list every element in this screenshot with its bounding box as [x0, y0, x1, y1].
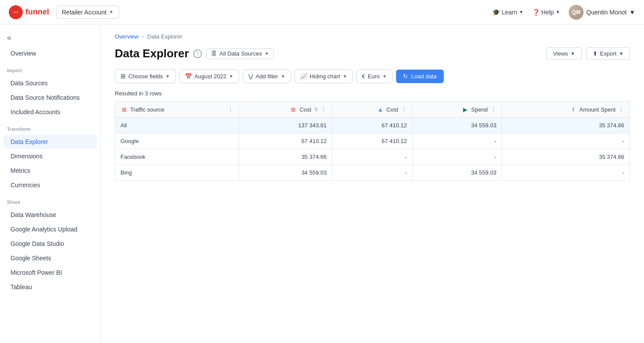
sidebar-item-data-warehouse[interactable]: Data Warehouse [4, 208, 97, 222]
page-actions: Views ▼ ⬆ Export ▼ [546, 47, 630, 60]
currency-icon: € [362, 73, 365, 80]
cell-cost-total: 34 559.03 [239, 165, 332, 181]
top-navigation: ··· funnel Retailer Account ▼ 🎓 Learn ▼ … [0, 0, 644, 24]
cell-cost-google: - [332, 165, 412, 181]
filter-chevron-icon: ▼ [281, 74, 285, 79]
cell-spend-bing: - [412, 149, 502, 165]
col-more-icon-cost-total[interactable]: ⋮ [321, 106, 327, 113]
learn-icon: 🎓 [492, 9, 500, 16]
date-chevron-icon: ▼ [229, 74, 234, 79]
traffic-source-icon: ⊞ [120, 106, 127, 113]
sidebar-item-google-data-studio[interactable]: Google Data Studio [4, 237, 97, 251]
logo-text: funnel [25, 7, 49, 17]
user-menu[interactable]: QM Quentin Monot ▼ [569, 5, 635, 20]
export-button[interactable]: ⬆ Export ▼ [586, 47, 630, 60]
sidebar-item-google-sheets[interactable]: Google Sheets [4, 251, 97, 265]
sidebar-item-microsoft-power-bi[interactable]: Microsoft Power BI [4, 266, 97, 280]
sidebar-item-data-sources[interactable]: Data Sources [4, 76, 97, 90]
user-name: Quentin Monot [586, 9, 626, 16]
sidebar-item-included-accounts[interactable]: Included Accounts [4, 105, 97, 119]
sidebar-item-currencies[interactable]: Currencies [4, 178, 97, 192]
cost-total-icon: ⊞ [290, 106, 297, 113]
filter-button[interactable]: ⋁ Add filter ▼ [243, 70, 291, 83]
logo[interactable]: ··· funnel [9, 5, 49, 19]
choose-fields-button[interactable]: ⊞ Choose fields ▼ [115, 69, 176, 83]
views-button[interactable]: Views ▼ [546, 47, 581, 60]
help-circle-icon[interactable]: ? [193, 49, 202, 58]
logo-icon: ··· [9, 5, 23, 19]
sidebar-item-dimensions[interactable]: Dimensions [4, 149, 97, 163]
col-label-amount-spent: Amount Spent [580, 106, 616, 113]
help-icon: ❓ [532, 9, 540, 16]
cell-amount-spent-facebook: 35 374.66 [502, 149, 630, 165]
sort-icon-cost[interactable]: ⇅ [314, 107, 318, 112]
views-chevron-icon: ▼ [571, 51, 575, 56]
datasource-label: All Data Sources [219, 50, 262, 57]
toolbar: ⊞ Choose fields ▼ 📅 August 2022 ▼ ⋁ Add … [115, 69, 630, 83]
cell-spend-bing: 34 559.03 [412, 165, 502, 181]
export-icon: ⬆ [593, 50, 598, 57]
chart-icon: 📈 [300, 73, 307, 80]
table-row: All 137 343.81 67 410.12 34 559.03 35 37… [115, 118, 630, 133]
table-header-row: ⊞ Traffic source ⋮ ⊞ Cost ⇅ [115, 102, 630, 118]
nav-actions: 🎓 Learn ▼ ❓ Help ▼ QM Quentin Monot ▼ [492, 5, 635, 20]
breadcrumb-current: Data Explorer [148, 33, 182, 40]
sidebar-item-data-source-notifications[interactable]: Data Source Notifications [4, 91, 97, 105]
sidebar-collapse-button[interactable]: « [0, 30, 100, 46]
table-row: Bing 34 559.03 - 34 559.03 - [115, 165, 630, 181]
sidebar-section-share: Share [0, 192, 100, 207]
bing-icon: ▶ [462, 106, 469, 113]
col-more-icon-amount-spent[interactable]: ⋮ [618, 106, 624, 113]
learn-button[interactable]: 🎓 Learn ▼ [492, 9, 524, 16]
calendar-icon: 📅 [185, 73, 192, 80]
filter-label: Add filter [256, 73, 278, 80]
sidebar: « Overview Import Data Sources Data Sour… [0, 24, 101, 343]
breadcrumb: Overview › Data Explorer [115, 33, 630, 40]
table-row: Facebook 35 374.66 - - 35 374.66 [115, 149, 630, 165]
sidebar-section-import: Import [0, 61, 100, 76]
sidebar-item-google-analytics-upload[interactable]: Google Analytics Upload [4, 222, 97, 236]
sidebar-item-tableau[interactable]: Tableau [4, 280, 97, 294]
facebook-icon: f [570, 106, 577, 113]
cell-cost-google: 67 410.12 [332, 118, 412, 133]
page-title-area: Data Explorer ? 🗄 All Data Sources ▼ [115, 47, 274, 60]
breadcrumb-overview-link[interactable]: Overview [115, 33, 138, 40]
datasource-icon: 🗄 [211, 50, 217, 57]
currency-button[interactable]: € Euro ▼ [356, 70, 393, 83]
col-label-traffic-source: Traffic source [130, 106, 164, 113]
cell-traffic-source: Facebook [115, 149, 239, 165]
col-label-cost-total: Cost [300, 106, 311, 113]
refresh-icon: ↻ [403, 73, 408, 80]
col-more-icon-spend-bing[interactable]: ⋮ [490, 106, 496, 113]
chart-button[interactable]: 📈 Hiding chart ▼ [294, 70, 353, 83]
cell-traffic-source: All [115, 118, 239, 133]
learn-chevron-icon: ▼ [519, 10, 524, 14]
cell-spend-bing: - [412, 133, 502, 149]
google-icon: ▲ [377, 106, 384, 113]
user-chevron-icon: ▼ [629, 9, 635, 16]
sidebar-item-data-explorer[interactable]: Data Explorer [4, 135, 97, 149]
learn-label: Learn [502, 9, 517, 16]
chart-label: Hiding chart [310, 73, 340, 80]
datasource-chevron-icon: ▼ [265, 51, 269, 56]
cell-spend-bing: 34 559.03 [412, 118, 502, 133]
load-data-button[interactable]: ↻ Load data [396, 70, 444, 83]
cell-traffic-source: Google [115, 133, 239, 149]
breadcrumb-separator: › [142, 33, 144, 40]
page-title: Data Explorer [115, 47, 189, 60]
account-name: Retailer Account [62, 9, 106, 16]
sidebar-section-transform: Transform [0, 119, 100, 134]
chart-chevron-icon: ▼ [343, 74, 347, 79]
cell-cost-total: 137 343.81 [239, 118, 332, 133]
sidebar-item-metrics[interactable]: Metrics [4, 164, 97, 178]
datasource-selector[interactable]: 🗄 All Data Sources ▼ [206, 48, 274, 59]
account-selector[interactable]: Retailer Account ▼ [56, 6, 119, 19]
account-chevron-icon: ▼ [109, 10, 113, 14]
sidebar-item-overview[interactable]: Overview [4, 46, 97, 60]
help-button[interactable]: ❓ Help ▼ [532, 9, 560, 16]
col-more-icon-cost-google[interactable]: ⋮ [401, 106, 407, 113]
date-picker-button[interactable]: 📅 August 2022 ▼ [179, 70, 239, 83]
choose-fields-label: Choose fields [128, 73, 163, 80]
cell-cost-total: 35 374.66 [239, 149, 332, 165]
col-more-icon-traffic-source[interactable]: ⋮ [227, 106, 234, 113]
